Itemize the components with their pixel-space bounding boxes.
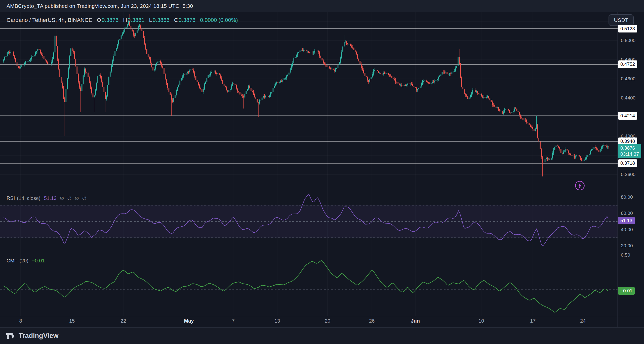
change-value: 0.0000 (0.00%) (200, 17, 238, 23)
rsi-tick-label: 20.00 (621, 243, 633, 249)
tradingview-logo-icon[interactable] (6, 332, 16, 339)
high-value: 0.3881 (128, 17, 144, 23)
time-tick-label: 13 (274, 318, 280, 324)
time-tick-label: 8 (19, 318, 22, 324)
rsi-tick-label: 60.00 (621, 211, 633, 216)
symbol-title[interactable]: Cardano / TetherUS, 4h, BINANCE (7, 17, 92, 23)
level-price-badge: 0.3948 (618, 137, 637, 145)
level-price-badge: 0.4214 (618, 112, 637, 120)
low-label: L (149, 17, 152, 23)
rsi-label-row: RSI (14, close) 51.13 ∅∅∅∅ (7, 195, 86, 201)
time-tick-label: 17 (530, 318, 536, 324)
horizontal-gridlines (0, 21, 618, 175)
price-tick-label: 0.3600 (621, 172, 635, 177)
cmf-value: −0.01 (32, 258, 45, 264)
level-price-badge: 0.4752 (618, 60, 637, 68)
price-tick-label: 0.4600 (621, 76, 635, 82)
time-tick-label: 20 (325, 318, 330, 324)
symbol-header: Cardano / TetherUS, 4h, BINANCE O0.3876 … (7, 17, 238, 23)
rsi-indicator-name[interactable]: RSI (7, 195, 15, 201)
candlestick-series[interactable] (3, 8, 609, 177)
level-price-badge: 0.3718 (618, 159, 637, 167)
level-price-badge: 0.5123 (618, 25, 637, 32)
close-value: 0.3876 (179, 17, 195, 23)
rsi-empty-slot-icon: ∅ (60, 196, 64, 201)
time-tick-label: Jun (411, 318, 420, 324)
currency-toggle-button[interactable]: USDT (609, 14, 634, 26)
price-tick-label: 0.5000 (621, 38, 635, 43)
cmf-label-row: CMF (20) −0.01 (7, 258, 45, 264)
price-tick-label: 0.4400 (621, 95, 635, 101)
cmf-line[interactable] (3, 261, 608, 312)
brand-name[interactable]: TradingView (19, 332, 59, 340)
tradingview-published-chart: AMBCrypto_TA published on TradingView.co… (0, 0, 644, 344)
cmf-indicator-params: (20) (19, 258, 28, 264)
rsi-value-badge: 51.13 (618, 217, 635, 224)
time-tick-label: 22 (120, 318, 126, 324)
rsi-empty-slots: ∅∅∅∅ (57, 195, 86, 201)
rsi-value: 51.13 (44, 195, 57, 201)
open-label: O (97, 17, 101, 23)
time-tick-label: 10 (478, 318, 484, 324)
cmf-indicator-name[interactable]: CMF (7, 258, 17, 264)
low-value: 0.3866 (153, 17, 170, 23)
rsi-empty-slot-icon: ∅ (75, 196, 79, 201)
rsi-indicator-params: (14, close) (17, 195, 40, 201)
cmf-value-badge: −0.01 (618, 287, 635, 295)
close-label: C (174, 17, 178, 23)
time-tick-label: 24 (580, 318, 586, 324)
boost-lightning-icon[interactable] (575, 180, 585, 191)
footer-bar: TradingView (0, 327, 644, 344)
time-tick-label: 26 (369, 318, 375, 324)
chart-canvas[interactable] (0, 0, 644, 344)
rsi-tick-label: 80.00 (621, 194, 633, 200)
rsi-empty-slot-icon: ∅ (82, 196, 86, 201)
open-value: 0.3876 (102, 17, 118, 23)
current-price-badge: 0.387603:14:37 (618, 144, 641, 158)
time-tick-label: 15 (69, 318, 75, 324)
cmf-tick-label: 0.50 (621, 252, 630, 258)
time-tick-label: May (184, 318, 194, 324)
time-tick-label: 7 (232, 318, 234, 324)
high-label: H (123, 17, 127, 23)
rsi-tick-label: 40.00 (621, 227, 633, 232)
rsi-empty-slot-icon: ∅ (67, 196, 71, 201)
